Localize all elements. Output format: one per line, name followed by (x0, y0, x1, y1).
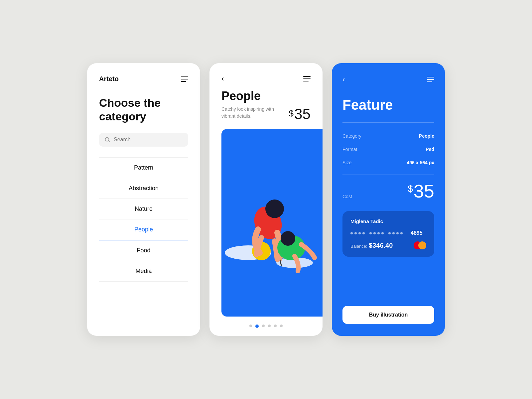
feature-title: Feature (342, 97, 434, 113)
price-value: 35 (294, 106, 311, 122)
dot-6[interactable] (280, 325, 283, 327)
detail-card: ‹ People Catchy look inspiring with vibr… (209, 63, 323, 336)
card-dots-group-1 (350, 230, 365, 236)
category-card: Arteto Choose thecategory Pattern Abstra… (87, 63, 200, 336)
cost-label: Cost (342, 194, 352, 202)
balance-amount: $346.40 (369, 242, 393, 249)
category-heading: Choose thecategory (99, 96, 188, 123)
back-button-white[interactable]: ‹ (342, 75, 345, 84)
search-input[interactable] (114, 137, 183, 143)
cost-value: 35 (414, 180, 434, 202)
card-dots-group-3 (388, 230, 403, 236)
feature-label-size: Size (342, 160, 351, 165)
svg-point-10 (281, 231, 295, 246)
category-item-nature[interactable]: Nature (99, 199, 188, 219)
payment-card: Miglena Tadic 4895 Balance: (342, 211, 434, 257)
feature-value-category: People (419, 133, 434, 139)
illustration-svg (221, 166, 323, 279)
card-number-row: 4895 (350, 230, 426, 236)
search-icon (104, 137, 110, 143)
feature-row-category: Category People (342, 129, 434, 143)
category-item-pattern[interactable]: Pattern (99, 157, 188, 178)
category-item-media[interactable]: Media (99, 261, 188, 282)
feature-card: ‹ Feature Category People Format Psd Siz… (332, 63, 445, 336)
desc-price-row: Catchy look inspiring with vibrant detai… (221, 106, 311, 122)
category-item-abstraction[interactable]: Abstraction (99, 178, 188, 199)
feature-value-format: Psd (426, 147, 434, 152)
feature-label-category: Category (342, 133, 361, 139)
feature-label-format: Format (342, 147, 357, 152)
dot-5[interactable] (274, 325, 277, 327)
balance-label: Balance: (350, 244, 367, 249)
category-item-people[interactable]: People (99, 219, 188, 240)
app-logo: Arteto (99, 75, 119, 83)
balance-value: 346.40 (372, 242, 393, 249)
feature-row-format: Format Psd (342, 143, 434, 156)
card-holder-name: Miglena Tadic (350, 218, 426, 224)
dot-2[interactable] (255, 325, 259, 328)
dot-4[interactable] (268, 325, 271, 327)
cost-row: Cost $ 35 (342, 180, 434, 202)
category-title: People (221, 89, 311, 103)
mastercard-icon (414, 241, 426, 249)
card1-header: Arteto (99, 75, 188, 83)
carousel-dots (209, 317, 323, 336)
svg-point-0 (105, 137, 109, 141)
app-container: Arteto Choose thecategory Pattern Abstra… (74, 43, 458, 356)
illustration-area (221, 129, 323, 317)
price-symbol: $ (289, 108, 294, 119)
hamburger-menu-3[interactable] (427, 77, 434, 82)
divider-bottom (342, 175, 434, 175)
card2-content: People Catchy look inspiring with vibran… (209, 89, 323, 129)
feature-row-size: Size 496 x 564 px (342, 156, 434, 169)
card2-header: ‹ (209, 63, 323, 89)
back-button[interactable]: ‹ (221, 75, 224, 82)
feature-value-size: 496 x 564 px (407, 160, 434, 165)
category-description: Catchy look inspiring with vibrant detai… (221, 106, 281, 120)
card-dots-groups: 4895 (350, 230, 423, 236)
dot-1[interactable] (249, 325, 252, 327)
buy-button[interactable]: Buy illustration (342, 306, 434, 324)
balance-row: Balance: $346.40 (350, 241, 426, 249)
category-item-food[interactable]: Food (99, 240, 188, 261)
balance-symbol: $ (369, 242, 372, 249)
card-dots-group-2 (369, 230, 384, 236)
category-list: Pattern Abstraction Nature People Food M… (99, 157, 188, 282)
svg-point-6 (265, 200, 284, 218)
category-price: $ 35 (289, 106, 311, 122)
hamburger-menu[interactable] (181, 76, 188, 82)
search-box[interactable] (99, 133, 188, 147)
card3-header: ‹ (342, 75, 434, 84)
cost-amount: $ 35 (408, 180, 434, 202)
svg-line-1 (109, 141, 110, 142)
card-last4: 4895 (411, 230, 423, 236)
hamburger-menu-2[interactable] (303, 76, 311, 81)
dot-3[interactable] (262, 325, 265, 327)
divider-top (342, 122, 434, 123)
cost-symbol: $ (408, 184, 413, 194)
